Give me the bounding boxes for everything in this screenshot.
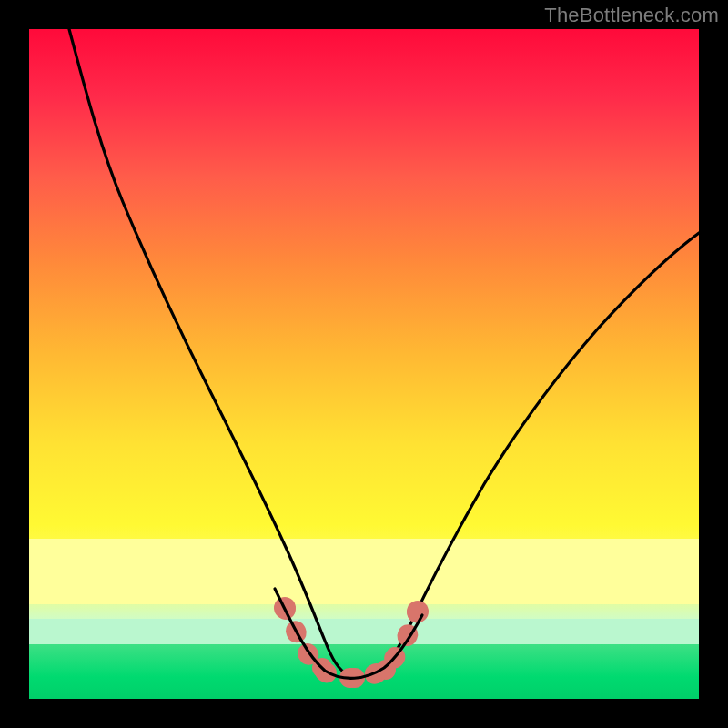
salmon-dot-right	[407, 601, 429, 622]
outer-frame: TheBottleneck.com	[0, 0, 728, 728]
chart-svg	[29, 29, 699, 699]
watermark-text: TheBottleneck.com	[544, 4, 719, 27]
bottleneck-curve	[69, 29, 699, 677]
salmon-highlight	[285, 608, 418, 678]
plot-area	[29, 29, 699, 699]
